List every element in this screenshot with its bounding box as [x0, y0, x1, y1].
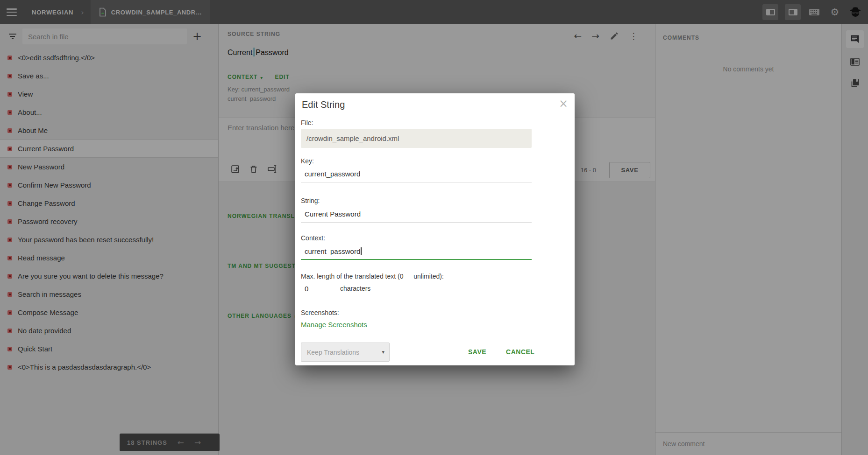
file-field: /crowdin_sample_android.xml [301, 129, 532, 148]
edit-string-dialog: Edit String × File: /crowdin_sample_andr… [295, 93, 575, 365]
text-caret [361, 247, 362, 255]
context-label: Context: [301, 234, 325, 242]
maxlen-label: Max. length of the translated text (0 — … [301, 273, 444, 280]
dialog-save-button[interactable]: SAVE [467, 345, 487, 358]
screenshots-label: Screenshots: [301, 309, 339, 316]
dialog-title: Edit String [302, 99, 345, 110]
key-input[interactable] [301, 167, 532, 182]
manage-screenshots-link[interactable]: Manage Screenshots [301, 321, 367, 329]
keep-translations-value: Keep Translations [307, 349, 382, 356]
close-icon[interactable]: × [559, 97, 568, 111]
dialog-actions: SAVE CANCEL [467, 345, 535, 358]
dialog-cancel-button[interactable]: CANCEL [505, 345, 535, 358]
maxlen-unit-label: characters [340, 285, 370, 292]
keep-translations-select[interactable]: Keep Translations ▾ [301, 343, 390, 362]
maxlen-input[interactable] [301, 282, 330, 297]
key-label: Key: [301, 157, 314, 165]
string-input[interactable] [301, 207, 532, 222]
crowdin-editor: NORWEGIAN › CROWDIN_SAMPLE_ANDR… ⚙ [0, 0, 868, 455]
context-input[interactable]: current_password [301, 245, 532, 260]
select-chevron-icon: ▾ [382, 349, 384, 355]
string-label: String: [301, 197, 320, 204]
file-label: File: [301, 119, 313, 126]
